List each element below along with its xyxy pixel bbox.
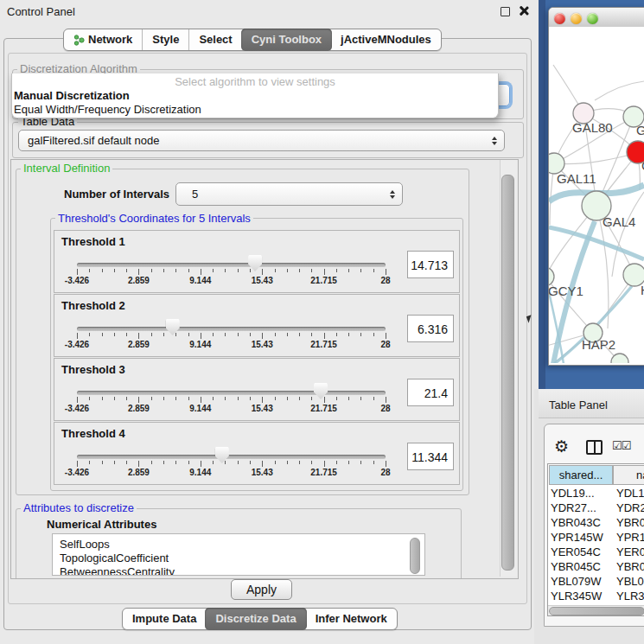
slider-tick [262, 397, 263, 403]
tab-label: Select [199, 29, 232, 50]
table-row[interactable]: YDR27...YDR2 [548, 501, 644, 515]
slider-tick [77, 269, 78, 275]
cell-name[interactable]: YBR0 [616, 559, 644, 574]
cell-shared-name[interactable]: YBR045C [551, 559, 601, 574]
slider-tick-label: 21.715 [300, 404, 348, 413]
network-node-label: H [641, 283, 644, 297]
horizontal-scrollbar[interactable] [548, 605, 644, 615]
slider-track[interactable] [77, 327, 386, 331]
tab-style[interactable]: Style [142, 29, 188, 50]
tab-network[interactable]: Network [64, 29, 142, 50]
cell-shared-name[interactable]: YPR145W [551, 530, 603, 545]
checkbox-icons[interactable]: ☑☑ [612, 439, 630, 452]
cell-name[interactable]: YPR1 [616, 530, 644, 545]
cell-shared-name[interactable]: YLR345W [551, 589, 602, 603]
tab-infer-network[interactable]: Infer Network [306, 609, 397, 629]
slider-tick-label: 9.144 [176, 468, 225, 477]
apply-button[interactable]: Apply [231, 579, 292, 600]
threshold-panel-3: Threshold 3-3.4262.8599.14415.4321.71528… [54, 358, 460, 421]
table-row[interactable]: YBR045CYBR0 [548, 559, 644, 574]
table-row[interactable]: YLR345WYLR3 [548, 589, 644, 603]
threshold-panel-2: Threshold 2-3.4262.8599.14415.4321.71528… [54, 294, 460, 357]
table-data-value: galFiltered.sif default node [19, 134, 487, 147]
cell-shared-name[interactable]: YIL052C [551, 603, 595, 604]
close-icon[interactable] [519, 5, 529, 16]
slider-track[interactable] [77, 455, 386, 459]
slider-thumb[interactable] [314, 383, 328, 399]
attribute-list-item[interactable]: TopologicalCoefficient [53, 552, 424, 565]
table-data-combobox[interactable]: galFiltered.sif default node [18, 130, 505, 151]
slider-tick-label: 9.144 [176, 404, 225, 413]
tab-jactivemnodules[interactable]: jActiveMNodules [331, 29, 441, 50]
minimize-window-icon[interactable] [571, 13, 582, 24]
threshold-value-field[interactable]: 6.316 [407, 315, 454, 342]
cell-shared-name[interactable]: YDL19... [551, 486, 595, 501]
slider-tick [163, 397, 164, 400]
dropdown-hint: Select algorithm to view settings [12, 73, 498, 89]
thresholds-group-label: Threshold's Coordinates for 5 Intervals [55, 213, 253, 224]
dropdown-option-manual[interactable]: Manual Discretization [12, 89, 498, 103]
tab-discretize-data[interactable]: Discretize Data [205, 608, 306, 630]
attribute-list-item[interactable]: SelfLoops [53, 538, 424, 552]
column-header-shared[interactable]: shared... [549, 465, 613, 485]
table-row[interactable]: YPR145WYPR1 [548, 530, 644, 545]
close-window-icon[interactable] [554, 13, 565, 24]
numerical-attributes-list[interactable]: SelfLoopsTopologicalCoefficientBetweenne… [52, 533, 425, 576]
slider-tick [126, 461, 127, 464]
slider-tick [275, 461, 276, 464]
cell-shared-name[interactable]: YBR043C [551, 515, 601, 530]
slider-tick-label: -3.426 [53, 404, 101, 413]
float-panel-icon[interactable] [501, 7, 510, 16]
cell-name[interactable]: YIL0 [616, 603, 640, 604]
table-row[interactable]: YER054CYER0 [548, 545, 644, 559]
table-row[interactable]: YDL19...YDL1 [548, 486, 644, 501]
horizontal-scrollbar-thumb[interactable] [549, 607, 644, 615]
network-canvas[interactable]: GAL80GACGAL11GAL4GCY1HHAP2 [549, 27, 644, 363]
table-row[interactable]: YBR043CYBR0 [548, 515, 644, 530]
panel-title: Control Panel [7, 5, 75, 18]
slider-tick [299, 269, 300, 272]
column-header-name[interactable]: na [613, 465, 644, 485]
slider-thumb[interactable] [215, 447, 229, 463]
slider-tick [77, 461, 78, 467]
network-node-label: GAL80 [572, 120, 613, 135]
slider-tick-label: -3.426 [53, 276, 101, 285]
threshold-value-field[interactable]: 14.713 [407, 251, 454, 278]
list-scrollbar-thumb[interactable] [410, 538, 420, 574]
cell-name[interactable]: YLR3 [616, 589, 644, 603]
tab-select[interactable]: Select [188, 29, 241, 50]
slider-tick [250, 397, 251, 400]
cell-name[interactable]: YER0 [616, 545, 644, 559]
tab-impute-data[interactable]: Impute Data [123, 609, 206, 629]
cell-name[interactable]: YBL0 [616, 574, 644, 589]
slider-tick [89, 269, 90, 272]
attribute-list-item[interactable]: BetweennessCentrality [53, 565, 424, 576]
tab-label: Style [152, 29, 179, 50]
cell-name[interactable]: YBR0 [616, 515, 644, 530]
tab-cyni-toolbox[interactable]: Cyni Toolbox [241, 29, 332, 51]
slider-thumb[interactable] [166, 319, 180, 335]
vertical-scrollbar-thumb[interactable] [501, 175, 514, 571]
slider-tick [287, 397, 288, 400]
numerical-attributes-label: Numerical Attributes [47, 518, 156, 531]
cell-shared-name[interactable]: YER054C [551, 545, 601, 559]
slider-track[interactable] [77, 391, 386, 395]
cell-shared-name[interactable]: YBL079W [551, 574, 602, 589]
cell-name[interactable]: YDL1 [616, 486, 644, 501]
threshold-value-field[interactable]: 21.4 [407, 379, 454, 406]
table-row[interactable]: YBL079WYBL0 [548, 574, 644, 589]
slider-track[interactable] [77, 263, 386, 267]
slider-tick [138, 269, 139, 275]
split-column-icon[interactable] [586, 440, 603, 455]
cell-name[interactable]: YDR2 [616, 501, 644, 515]
table-row[interactable]: YIL052CYIL0 [548, 603, 644, 604]
slider-tick [163, 269, 164, 272]
gear-icon[interactable]: ⚙ [554, 438, 569, 455]
num-intervals-combobox[interactable]: 5 [175, 182, 403, 206]
slider-tick [126, 397, 127, 400]
slider-tick [324, 333, 325, 339]
dropdown-option-equal-width[interactable]: Equal Width/Frequency Discretization [12, 103, 498, 117]
threshold-value-field[interactable]: 11.344 [407, 443, 454, 470]
cell-shared-name[interactable]: YDR27... [551, 501, 596, 515]
zoom-window-icon[interactable] [587, 13, 598, 24]
